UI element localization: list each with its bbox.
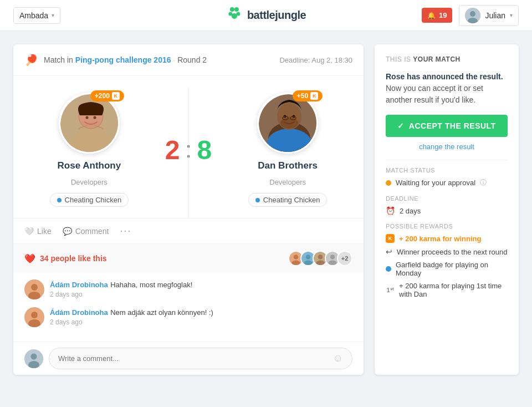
status-text: Waiting for your approval xyxy=(396,179,475,187)
panel-divider xyxy=(386,160,508,160)
info-icon[interactable]: ⓘ xyxy=(480,178,487,187)
player2-name: Dan Brothers xyxy=(258,160,318,171)
rewards-label: POSSIBLE REWARDS xyxy=(386,223,508,230)
like-label: Like xyxy=(37,227,52,236)
chevron-down-icon: ▾ xyxy=(510,12,513,18)
notif-count: 19 xyxy=(439,11,447,19)
next-round-icon: ↩ xyxy=(386,247,392,256)
checkmark-icon: ✓ xyxy=(397,121,405,130)
svg-point-40 xyxy=(31,312,38,318)
user-menu[interactable]: Julian ▾ xyxy=(459,5,519,26)
player1-team: Developers xyxy=(71,178,108,186)
player1: +200 K Rose Anthony Developers Cheating … xyxy=(24,93,154,207)
rewards-list: K + 200 karma for winning ↩ Winner proce… xyxy=(386,234,508,298)
comment-text: Nem adják azt olyan könnyen! :) xyxy=(110,308,213,317)
main-content: 🏓 Match in Ping-pong challenge 2016 · Ro… xyxy=(0,31,532,388)
reward-item: ↩ Winner proceeds to the next round xyxy=(386,247,508,256)
emoji-icon[interactable]: ☺ xyxy=(333,353,343,364)
org-selector[interactable]: Ambada ▾ xyxy=(13,7,60,24)
divider xyxy=(188,87,189,218)
side-title-bold: YOUR MATCH xyxy=(413,55,460,63)
like-button[interactable]: 🤍 Like xyxy=(24,227,52,236)
player1-karma-badge: +200 K xyxy=(90,90,124,101)
comment-input-area: ☺ xyxy=(13,342,364,375)
reward-item: 1ˢᵗ + 200 karma for playing 1st time wit… xyxy=(386,282,508,298)
comment-input-wrapper[interactable]: ☺ xyxy=(49,348,352,369)
reward-text: Winner proceeds to the next round xyxy=(397,248,507,256)
likes-count: ❤️ 34 people like this xyxy=(24,253,107,264)
svg-point-14 xyxy=(93,116,96,119)
current-user-avatar xyxy=(24,349,43,368)
side-panel: THIS IS YOUR MATCH Rose has announced th… xyxy=(375,44,519,375)
change-result-link[interactable]: change the result xyxy=(386,143,508,151)
comment-label: Comment xyxy=(75,227,109,236)
deadline-label: DEADLINE xyxy=(386,195,508,202)
player1-name: Rose Anthony xyxy=(58,160,121,171)
comment-item: Ádám Drobinoha Nem adják azt olyan könny… xyxy=(24,307,352,327)
status-row: Waiting for your approval ⓘ xyxy=(386,178,508,187)
likers: +2 xyxy=(288,251,352,266)
svg-point-28 xyxy=(306,255,311,260)
match-header-left: 🏓 Match in Ping-pong challenge 2016 · Ro… xyxy=(24,53,207,67)
match-actions: 🤍 Like 💬 Comment ··· xyxy=(13,218,364,243)
avatar xyxy=(465,8,480,23)
svg-point-1 xyxy=(234,7,239,12)
pingpong-icon: 🏓 xyxy=(24,53,38,67)
comment-author: Ádám Drobinoha xyxy=(50,308,108,317)
player1-avatar xyxy=(59,93,120,154)
players-section: +200 K Rose Anthony Developers Cheating … xyxy=(13,76,364,218)
notifications-button[interactable]: 🔔 19 xyxy=(422,8,452,23)
score-left: 2 xyxy=(165,135,180,165)
clock-icon: ⏰ xyxy=(386,206,395,215)
accept-result-button[interactable]: ✓ ACCEPT THE RESULT xyxy=(386,115,508,137)
user-name: Julian xyxy=(485,11,505,20)
comment-icon: 💬 xyxy=(63,227,72,236)
comment-text: Hahaha, most megfoglak! xyxy=(110,281,192,289)
svg-point-43 xyxy=(31,353,37,359)
match-card: 🏓 Match in Ping-pong challenge 2016 · Ro… xyxy=(13,44,364,375)
reward-item: K + 200 karma for winning xyxy=(386,234,508,243)
side-title-prefix: THIS IS xyxy=(386,55,413,63)
challenge-link[interactable]: Ping-pong challenge 2016 xyxy=(75,55,171,64)
announced-text: Rose has announced the result. Now you c… xyxy=(386,71,508,106)
match-deadline: Deadline: Aug 2, 18:30 xyxy=(279,56,352,64)
logo-text: battlejungle xyxy=(247,9,306,22)
player1-avatar-wrap: +200 K xyxy=(59,93,120,154)
more-button[interactable]: ··· xyxy=(120,225,131,237)
round-label: Round 2 xyxy=(177,55,207,64)
score-right: 8 xyxy=(197,135,212,165)
reward-item: Garfield badge for playing on Monday xyxy=(386,261,508,277)
player2-avatar xyxy=(257,93,318,154)
header-center: battlejungle xyxy=(226,5,306,26)
match-status-label: MATCH STATUS xyxy=(386,167,508,174)
player2-tag: Cheating Chicken xyxy=(248,193,328,207)
deadline-value: 2 days xyxy=(400,207,421,215)
comment-item: Ádám Drobinoha Hahaha, most megfoglak! 2… xyxy=(24,279,352,299)
comment-button[interactable]: 💬 Comment xyxy=(63,227,109,236)
match-header: 🏓 Match in Ping-pong challenge 2016 · Ro… xyxy=(13,44,364,76)
player2-team: Developers xyxy=(269,178,306,186)
player2: +50 K Dan Brothers Developers Cheating C… xyxy=(223,93,352,207)
svg-point-6 xyxy=(470,11,475,17)
header: Ambada ▾ battlejungle 🔔 19 xyxy=(0,0,532,31)
tag-dot-icon xyxy=(57,198,62,202)
deadline-row: ⏰ 2 days xyxy=(386,206,508,215)
svg-point-0 xyxy=(230,7,234,12)
svg-point-4 xyxy=(232,13,237,19)
likes-label: 34 people like this xyxy=(40,254,107,263)
comment-input-field[interactable] xyxy=(58,354,333,363)
comment-body: Ádám Drobinoha Nem adják azt olyan könny… xyxy=(50,307,352,327)
status-dot-icon xyxy=(386,180,391,186)
chevron-down-icon: ▾ xyxy=(52,12,54,18)
reward-text: Garfield badge for playing on Monday xyxy=(396,261,508,277)
bell-icon: 🔔 xyxy=(427,12,436,19)
karma-icon: K xyxy=(112,92,120,100)
reward-text: + 200 karma for winning xyxy=(399,235,481,243)
karma-icon: K xyxy=(310,92,318,100)
svg-point-31 xyxy=(318,255,323,260)
badge-icon xyxy=(386,266,391,272)
comment-author: Ádám Drobinoha xyxy=(50,281,108,289)
player2-karma: +50 xyxy=(297,92,308,100)
header-right: 🔔 19 Julian ▾ xyxy=(422,5,519,26)
accept-btn-label: ACCEPT THE RESULT xyxy=(409,121,496,130)
